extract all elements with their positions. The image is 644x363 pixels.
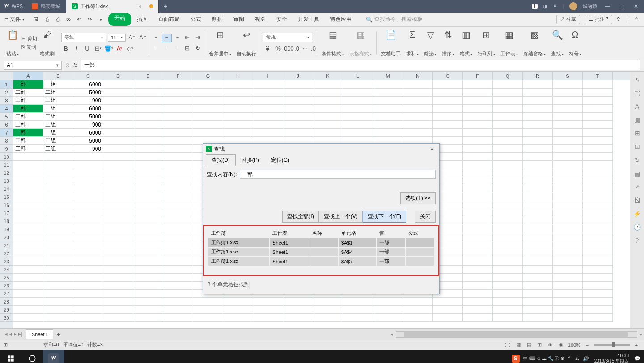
align-bot-center[interactable]: ≡ xyxy=(162,43,172,52)
cell[interactable] xyxy=(253,113,283,121)
cell[interactable] xyxy=(163,298,193,306)
cell[interactable] xyxy=(13,249,43,257)
cell[interactable] xyxy=(493,80,523,89)
cell[interactable] xyxy=(193,105,223,113)
cell[interactable] xyxy=(553,217,583,225)
row-header[interactable]: 4 xyxy=(0,105,13,113)
cell[interactable] xyxy=(583,89,613,97)
filter-button[interactable]: ▽ 筛选▾ xyxy=(421,29,439,57)
cell[interactable] xyxy=(523,113,553,121)
cell[interactable] xyxy=(43,217,73,225)
cell[interactable] xyxy=(73,257,103,266)
cell[interactable] xyxy=(403,314,433,322)
cell[interactable] xyxy=(73,266,103,274)
cell[interactable] xyxy=(103,233,133,241)
sheet-prev-icon[interactable]: ◂ xyxy=(9,331,12,337)
cell[interactable] xyxy=(463,201,493,209)
cell[interactable]: 6000 xyxy=(73,129,103,137)
row-header[interactable]: 11 xyxy=(0,161,13,169)
cell[interactable] xyxy=(163,193,193,201)
cell[interactable] xyxy=(343,306,373,314)
cell[interactable] xyxy=(133,266,163,274)
cell[interactable]: 6000 xyxy=(73,105,103,113)
cell[interactable] xyxy=(583,274,613,282)
sheet-tab[interactable]: Sheet1 xyxy=(26,329,53,339)
cell[interactable] xyxy=(43,177,73,185)
find-all-button[interactable]: 查找全部(I) xyxy=(282,211,318,223)
cell[interactable] xyxy=(103,153,133,161)
merge-center-button[interactable]: ⊞ 合并居中▾ xyxy=(206,29,234,57)
options-button[interactable]: 选项(T) >> xyxy=(400,192,436,204)
cell[interactable] xyxy=(163,105,193,113)
cell[interactable] xyxy=(493,298,523,306)
cell[interactable] xyxy=(373,97,403,105)
tab-formula[interactable]: 公式 xyxy=(185,13,207,26)
cell[interactable] xyxy=(73,274,103,282)
cell[interactable] xyxy=(133,217,163,225)
cell[interactable] xyxy=(193,121,223,129)
cell[interactable] xyxy=(463,241,493,249)
user-avatar[interactable] xyxy=(569,2,577,10)
row-header[interactable]: 15 xyxy=(0,193,13,201)
row-header[interactable]: 27 xyxy=(0,290,13,298)
cell[interactable]: 二部 xyxy=(13,113,43,121)
cell[interactable] xyxy=(163,121,193,129)
cell[interactable] xyxy=(493,89,523,97)
cell[interactable] xyxy=(253,80,283,89)
cell[interactable] xyxy=(103,105,133,113)
cell[interactable] xyxy=(193,306,223,314)
cell[interactable] xyxy=(223,298,253,306)
cell[interactable] xyxy=(373,89,403,97)
cell[interactable] xyxy=(403,113,433,121)
col-header[interactable]: E xyxy=(133,72,163,80)
cell[interactable]: 一部 xyxy=(13,105,43,113)
result-row[interactable]: 工作簿1.xlsxSheet1$A$7一部 xyxy=(208,257,434,266)
cell[interactable] xyxy=(13,193,43,201)
row-header[interactable]: 24 xyxy=(0,266,13,274)
cell[interactable] xyxy=(523,89,553,97)
cell[interactable] xyxy=(433,306,463,314)
cell[interactable] xyxy=(133,113,163,121)
normal-view-icon[interactable]: ▦ xyxy=(514,342,522,349)
cell[interactable] xyxy=(463,274,493,282)
cell[interactable]: 二组 xyxy=(43,113,73,121)
row-header[interactable]: 22 xyxy=(0,249,13,257)
dialog-tab-replace[interactable]: 替换(P) xyxy=(236,154,265,166)
cell[interactable] xyxy=(43,209,73,217)
cell[interactable] xyxy=(103,257,133,266)
cell[interactable] xyxy=(493,249,523,257)
cell[interactable] xyxy=(583,217,613,225)
cell[interactable] xyxy=(43,266,73,274)
cell[interactable] xyxy=(523,169,553,177)
cell[interactable] xyxy=(73,241,103,249)
cell[interactable] xyxy=(103,80,133,89)
cell[interactable] xyxy=(163,217,193,225)
tab-security[interactable]: 安全 xyxy=(271,13,292,26)
cell[interactable] xyxy=(583,257,613,266)
cell[interactable] xyxy=(553,153,583,161)
cell[interactable] xyxy=(283,113,313,121)
maximize-button[interactable]: □ xyxy=(617,3,626,9)
cell[interactable] xyxy=(343,314,373,322)
cell[interactable] xyxy=(463,97,493,105)
cell[interactable] xyxy=(133,89,163,97)
cell[interactable] xyxy=(493,209,523,217)
cell[interactable] xyxy=(493,145,523,153)
col-header[interactable]: K xyxy=(313,72,343,80)
align-top-right[interactable]: ≡ xyxy=(173,34,182,42)
fullscreen-icon[interactable]: ⛶ xyxy=(504,342,512,349)
cell[interactable] xyxy=(43,241,73,249)
cell[interactable] xyxy=(163,249,193,257)
indent-inc-icon[interactable]: ⇥ xyxy=(193,33,202,42)
cell[interactable] xyxy=(403,97,433,105)
cell[interactable] xyxy=(103,201,133,209)
select-icon[interactable]: ↖ xyxy=(633,75,642,84)
cell[interactable] xyxy=(43,306,73,314)
col-header[interactable]: N xyxy=(403,72,433,80)
cell[interactable] xyxy=(73,282,103,290)
cell[interactable] xyxy=(73,298,103,306)
cell[interactable] xyxy=(553,105,583,113)
cell[interactable] xyxy=(463,113,493,121)
cell[interactable] xyxy=(583,201,613,209)
print-icon[interactable]: ⎙ xyxy=(54,16,62,24)
